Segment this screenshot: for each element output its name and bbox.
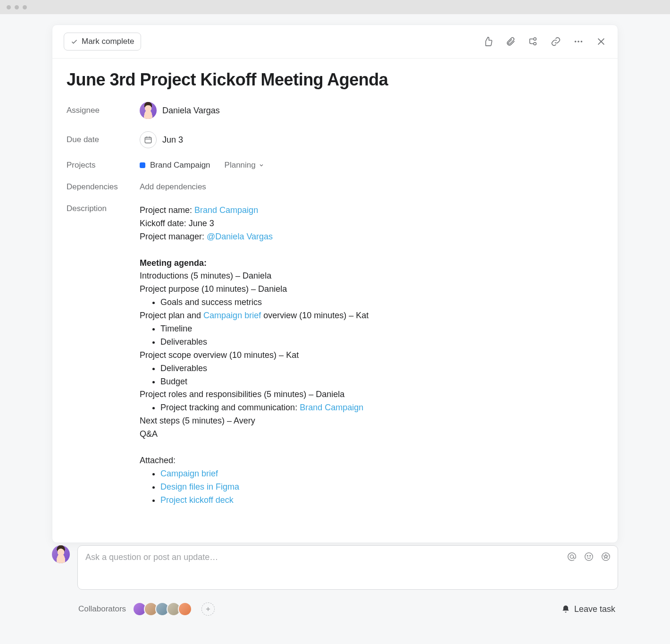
mark-complete-button[interactable]: Mark complete [64, 33, 141, 51]
attachment-link-3[interactable]: Project kickoff deck [160, 495, 234, 505]
svg-point-0 [534, 38, 536, 41]
bell-icon [561, 604, 570, 614]
svg-point-1 [534, 42, 536, 45]
traffic-light-minimize[interactable] [15, 5, 19, 9]
project-section-label: Planning [225, 161, 256, 170]
star-badge-icon [601, 551, 611, 562]
panel-body: June 3rd Project Kickoff Meeting Agenda … [52, 59, 618, 542]
svg-point-11 [570, 555, 573, 558]
pm-mention[interactable]: @Daniela Vargas [207, 232, 273, 241]
mark-complete-label: Mark complete [82, 37, 134, 46]
paperclip-icon [505, 36, 516, 47]
project-color-swatch [140, 162, 145, 168]
copy-link-button[interactable] [551, 36, 561, 47]
assignee-label: Assignee [67, 106, 140, 115]
comment-area: Ask a question or post an update… Collab… [52, 545, 618, 616]
comment-input[interactable]: Ask a question or post an update… [77, 545, 618, 590]
collaborators-row: Collaborators Leave task [52, 602, 618, 616]
assignee-row: Assignee Daniela Vargas [67, 102, 603, 119]
calendar-icon [140, 131, 157, 148]
due-date-label: Due date [67, 135, 140, 144]
due-date-value[interactable]: Jun 3 [140, 131, 183, 148]
description-label: Description [67, 204, 140, 213]
thumbs-up-icon [483, 36, 493, 47]
comment-placeholder: Ask a question or post an update… [85, 552, 218, 562]
due-date-text: Jun 3 [162, 135, 183, 145]
window-chrome [0, 0, 670, 14]
collaborator-avatar[interactable] [178, 602, 192, 616]
task-title[interactable]: June 3rd Project Kickoff Meeting Agenda [67, 70, 603, 90]
description-row: Description Project name: Brand Campaign… [67, 204, 603, 507]
projects-value: Brand Campaign Planning [140, 161, 264, 170]
attachment-button[interactable] [505, 36, 516, 47]
at-sign-icon [567, 551, 577, 562]
campaign-brief-link[interactable]: Campaign brief [203, 311, 261, 320]
collaborator-avatars [133, 602, 192, 616]
assignee-name: Daniela Vargas [162, 106, 220, 116]
task-detail-panel: Mark complete June 3rd Project Kicko [52, 25, 618, 543]
projects-row: Projects Brand Campaign Planning [67, 161, 603, 170]
assignee-avatar [140, 102, 157, 119]
check-icon [71, 38, 78, 45]
header-actions [483, 36, 606, 47]
due-date-row: Due date Jun 3 [67, 131, 603, 148]
add-dependencies-button[interactable]: Add dependencies [140, 182, 206, 192]
mention-button[interactable] [567, 551, 577, 562]
svg-point-2 [575, 41, 577, 42]
svg-rect-7 [145, 137, 151, 143]
svg-point-4 [581, 41, 583, 42]
subtask-icon [528, 36, 538, 47]
project-name: Brand Campaign [150, 161, 210, 170]
dependencies-row: Dependencies Add dependencies [67, 182, 603, 192]
assignee-value[interactable]: Daniela Vargas [140, 102, 220, 119]
svg-point-14 [590, 555, 591, 556]
traffic-light-zoom[interactable] [23, 5, 27, 9]
project-section-select[interactable]: Planning [225, 161, 264, 170]
panel-header: Mark complete [52, 25, 618, 59]
svg-point-12 [585, 553, 593, 561]
brand-campaign-link[interactable]: Brand Campaign [300, 403, 363, 412]
appreciation-button[interactable] [601, 551, 611, 562]
more-horizontal-icon [573, 36, 584, 47]
svg-point-3 [578, 41, 579, 42]
agenda-header: Meeting agenda: [140, 257, 368, 270]
chevron-down-icon [259, 162, 264, 168]
current-user-avatar [52, 545, 70, 563]
project-name-link[interactable]: Brand Campaign [194, 205, 258, 215]
project-chip[interactable]: Brand Campaign [140, 161, 210, 170]
projects-label: Projects [67, 161, 140, 170]
svg-point-13 [587, 555, 588, 556]
more-actions-button[interactable] [573, 36, 584, 47]
plus-icon [205, 606, 211, 612]
attachment-link-1[interactable]: Campaign brief [160, 469, 218, 478]
smile-icon [584, 551, 594, 562]
leave-task-label: Leave task [574, 604, 615, 614]
close-panel-button[interactable] [596, 36, 606, 47]
link-icon [551, 36, 561, 47]
leave-task-button[interactable]: Leave task [561, 604, 615, 614]
collaborators-label: Collaborators [78, 604, 126, 614]
kickoff-date-line: Kickoff date: June 3 [140, 217, 368, 230]
description-body[interactable]: Project name: Brand Campaign Kickoff dat… [140, 204, 368, 507]
close-icon [596, 36, 606, 47]
subtask-button[interactable] [528, 36, 538, 47]
dependencies-label: Dependencies [67, 182, 140, 192]
emoji-button[interactable] [584, 551, 594, 562]
add-collaborator-button[interactable] [201, 602, 215, 616]
like-button[interactable] [483, 36, 493, 47]
attachment-link-2[interactable]: Design files in Figma [160, 482, 239, 491]
traffic-light-close[interactable] [7, 5, 11, 9]
attached-header: Attached: [140, 454, 368, 467]
